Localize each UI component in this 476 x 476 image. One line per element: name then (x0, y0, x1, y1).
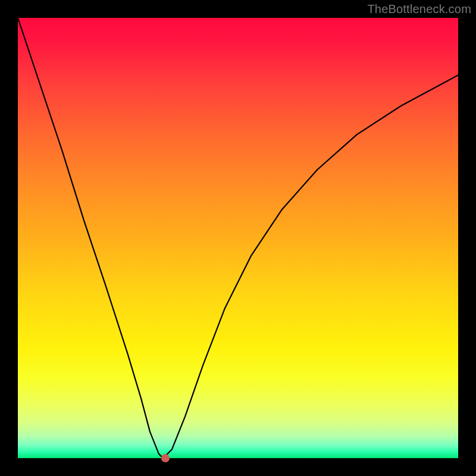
minimum-marker (161, 454, 170, 462)
bottleneck-curve (18, 18, 458, 458)
curve-svg (18, 18, 458, 458)
watermark-text: TheBottleneck.com (367, 2, 471, 16)
plot-area (18, 18, 458, 458)
chart-container: TheBottleneck.com (0, 0, 476, 476)
